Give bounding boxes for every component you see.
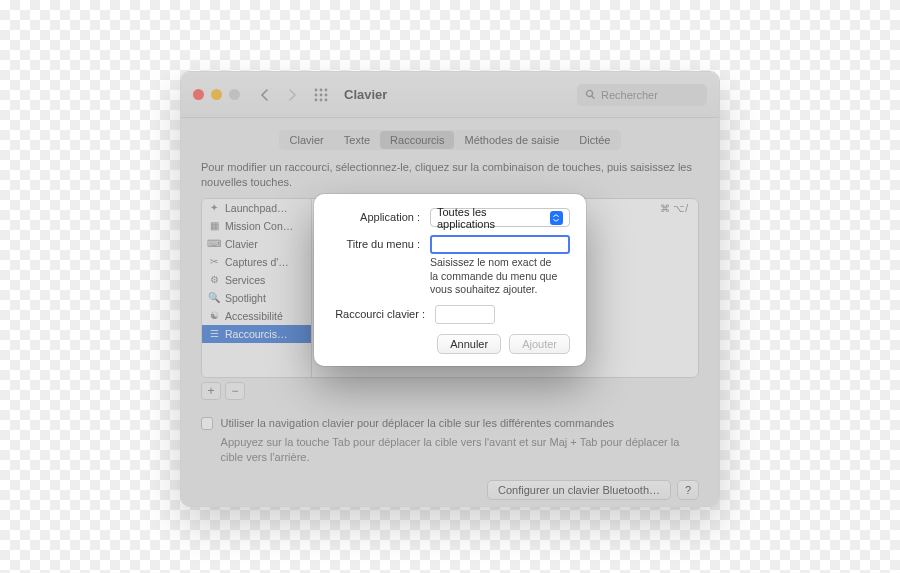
search-field[interactable]: Rechercher: [577, 84, 707, 106]
application-popup[interactable]: Toutes les applications: [430, 208, 570, 227]
keyboard-nav-label: Utiliser la navigation clavier pour dépl…: [221, 416, 699, 431]
application-row: Application : Toutes les applications: [330, 208, 570, 227]
tab-raccourcis[interactable]: Raccourcis: [380, 131, 454, 149]
segmented-control: Clavier Texte Raccourcis Méthodes de sai…: [279, 130, 622, 150]
sidebar-item-accessibilite[interactable]: ☯Accessibilité: [202, 307, 311, 325]
forward-button[interactable]: [282, 84, 302, 106]
keyboard-nav-option: Utiliser la navigation clavier pour dépl…: [201, 416, 699, 466]
shortcut-row: Raccourci clavier :: [330, 305, 570, 324]
window-toolbar: Clavier Rechercher: [181, 72, 719, 118]
window-traffic-lights: [193, 89, 240, 100]
svg-point-3: [315, 93, 318, 96]
sidebar-item-mission-control[interactable]: ▦Mission Con…: [202, 217, 311, 235]
rocket-icon: ✦: [208, 202, 220, 214]
menu-title-input[interactable]: [430, 235, 570, 254]
menu-title-label: Titre du menu :: [330, 235, 420, 250]
tab-bar: Clavier Texte Raccourcis Méthodes de sai…: [181, 118, 719, 160]
keyboard-nav-checkbox[interactable]: [201, 417, 213, 430]
svg-point-7: [320, 98, 323, 101]
add-remove-bar: + −: [201, 382, 699, 400]
back-button[interactable]: [254, 84, 274, 106]
camera-icon: ✂: [208, 256, 220, 268]
add-shortcut-sheet: Application : Toutes les applications Ti…: [314, 194, 586, 366]
add-button[interactable]: Ajouter: [509, 334, 570, 354]
minimize-window-button[interactable]: [211, 89, 222, 100]
sidebar-item-clavier[interactable]: ⌨Clavier: [202, 235, 311, 253]
sidebar-item-raccourcis-app[interactable]: ☰Raccourcis…: [202, 325, 311, 343]
svg-point-4: [320, 93, 323, 96]
configure-bluetooth-button[interactable]: Configurer un clavier Bluetooth…: [487, 480, 671, 500]
popup-chevron-icon: [550, 211, 563, 225]
keyboard-nav-help: Appuyez sur la touche Tab pour déplacer …: [221, 435, 699, 466]
search-placeholder: Rechercher: [601, 89, 658, 101]
tab-texte[interactable]: Texte: [334, 131, 380, 149]
instruction-text: Pour modifier un raccourci, sélectionnez…: [201, 160, 699, 190]
keyboard-icon: ⌨: [208, 238, 220, 250]
gear-icon: ⚙: [208, 274, 220, 286]
application-label: Application :: [330, 208, 420, 223]
svg-point-2: [325, 88, 328, 91]
svg-point-6: [315, 98, 318, 101]
zoom-window-button[interactable]: [229, 89, 240, 100]
svg-point-8: [325, 98, 328, 101]
menu-title-row: Titre du menu : Saisissez le nom exact d…: [330, 235, 570, 297]
menu-title-help: Saisissez le nom exact de la commande du…: [430, 256, 560, 297]
sidebar-item-captures[interactable]: ✂Captures d'…: [202, 253, 311, 271]
tab-clavier[interactable]: Clavier: [280, 131, 334, 149]
svg-point-1: [320, 88, 323, 91]
sheet-buttons: Annuler Ajouter: [330, 334, 570, 354]
add-shortcut-button[interactable]: +: [201, 382, 221, 400]
show-all-icon[interactable]: [310, 84, 332, 106]
remove-shortcut-button[interactable]: −: [225, 382, 245, 400]
app-icon: ☰: [208, 328, 220, 340]
grid-icon: ▦: [208, 220, 220, 232]
search-icon: [585, 89, 596, 100]
keyboard-nav-text: Utiliser la navigation clavier pour dépl…: [221, 416, 699, 466]
tab-dictee[interactable]: Dictée: [569, 131, 620, 149]
window-title: Clavier: [344, 87, 569, 102]
close-window-button[interactable]: [193, 89, 204, 100]
footer-buttons: Configurer un clavier Bluetooth… ?: [201, 480, 699, 500]
tab-methodes[interactable]: Méthodes de saisie: [454, 131, 569, 149]
sidebar-item-launchpad[interactable]: ✦Launchpad…: [202, 199, 311, 217]
search-icon: 🔍: [208, 292, 220, 304]
svg-point-5: [325, 93, 328, 96]
sidebar-item-spotlight[interactable]: 🔍Spotlight: [202, 289, 311, 307]
person-icon: ☯: [208, 310, 220, 322]
help-button[interactable]: ?: [677, 480, 699, 500]
shortcut-key-display: ⌘ ⌥/: [660, 203, 688, 214]
application-value: Toutes les applications: [437, 206, 544, 230]
category-sidebar: ✦Launchpad… ▦Mission Con… ⌨Clavier ✂Capt…: [202, 199, 312, 377]
shortcut-input[interactable]: [435, 305, 495, 324]
svg-point-0: [315, 88, 318, 91]
shortcut-label: Raccourci clavier :: [330, 305, 425, 320]
cancel-button[interactable]: Annuler: [437, 334, 501, 354]
sidebar-item-services[interactable]: ⚙Services: [202, 271, 311, 289]
